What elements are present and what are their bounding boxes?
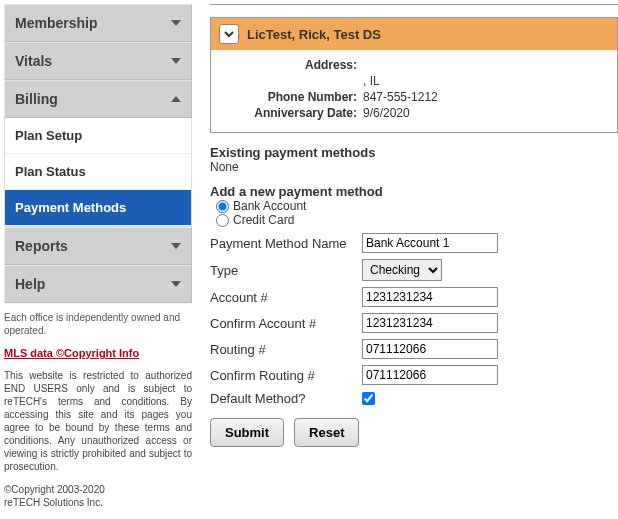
routing-label: Routing # (210, 342, 362, 357)
nav-billing-submenu: Plan Setup Plan Status Payment Methods (4, 118, 192, 227)
address-label: Address: (223, 58, 363, 72)
copyright-line1: ©Copyright 2003-2020 (4, 483, 192, 496)
nav-membership[interactable]: Membership (4, 4, 192, 42)
default-label: Default Method? (210, 391, 362, 406)
main-panel: LicTest, Rick, Test DS Address: , IL Pho… (196, 0, 618, 513)
type-label: Type (210, 263, 362, 278)
radio-card-label: Credit Card (233, 213, 294, 227)
nav-payment-methods[interactable]: Payment Methods (5, 190, 191, 226)
mls-copyright-link[interactable]: MLS data ©Copyright Info (4, 347, 192, 359)
default-checkbox[interactable] (362, 392, 375, 405)
phone-value: 847-555-1212 (363, 90, 438, 104)
divider (210, 4, 618, 5)
nav-vitals-label: Vitals (15, 53, 52, 69)
submit-button[interactable]: Submit (210, 418, 284, 447)
chevron-down-icon (171, 58, 181, 64)
chevron-up-icon (171, 96, 181, 102)
confirm-account-input[interactable] (362, 313, 498, 333)
existing-value: None (210, 160, 618, 174)
existing-heading: Existing payment methods (210, 145, 618, 160)
nav-help[interactable]: Help (4, 265, 192, 303)
nav-plan-setup[interactable]: Plan Setup (5, 118, 191, 154)
sidebar: Membership Vitals Billing Plan Setup Pla… (0, 0, 196, 513)
name-input[interactable] (362, 233, 498, 253)
radio-credit-card[interactable] (216, 214, 229, 227)
phone-label: Phone Number: (223, 90, 363, 104)
nav-membership-label: Membership (15, 15, 97, 31)
address-value-line: , IL (363, 74, 380, 88)
anniversary-value: 9/6/2020 (363, 106, 410, 120)
member-body: Address: , IL Phone Number: 847-555-1212… (211, 50, 617, 132)
nav-vitals[interactable]: Vitals (4, 42, 192, 80)
type-select[interactable]: Checking (362, 259, 442, 281)
add-heading: Add a new payment method (210, 184, 618, 199)
chevron-down-icon (171, 281, 181, 287)
chevron-down-icon (171, 243, 181, 249)
chevron-down-icon (223, 28, 235, 40)
member-header: LicTest, Rick, Test DS (211, 18, 617, 50)
nav-reports[interactable]: Reports (4, 227, 192, 265)
collapse-button[interactable] (219, 24, 239, 44)
confirm-account-label: Confirm Account # (210, 316, 362, 331)
nav-billing-label: Billing (15, 91, 58, 107)
copyright-line2: reTECH Solutions Inc. (4, 496, 192, 509)
office-note: Each office is independently owned and o… (4, 311, 192, 337)
chevron-down-icon (171, 20, 181, 26)
nav-billing[interactable]: Billing (4, 80, 192, 118)
member-box: LicTest, Rick, Test DS Address: , IL Pho… (210, 17, 618, 133)
reset-button[interactable]: Reset (294, 418, 359, 447)
anniversary-label: Anniversary Date: (223, 106, 363, 120)
radio-bank-label: Bank Account (233, 199, 306, 213)
radio-bank-account[interactable] (216, 200, 229, 213)
confirm-routing-label: Confirm Routing # (210, 368, 362, 383)
nav-reports-label: Reports (15, 238, 68, 254)
legal-text: This website is restricted to authorized… (4, 369, 192, 473)
name-label: Payment Method Name (210, 236, 362, 251)
confirm-routing-input[interactable] (362, 365, 498, 385)
nav-plan-status[interactable]: Plan Status (5, 154, 191, 190)
account-input[interactable] (362, 287, 498, 307)
copyright-block: ©Copyright 2003-2020 reTECH Solutions In… (4, 483, 192, 509)
member-title: LicTest, Rick, Test DS (247, 27, 381, 42)
routing-input[interactable] (362, 339, 498, 359)
nav-help-label: Help (15, 276, 45, 292)
account-label: Account # (210, 290, 362, 305)
